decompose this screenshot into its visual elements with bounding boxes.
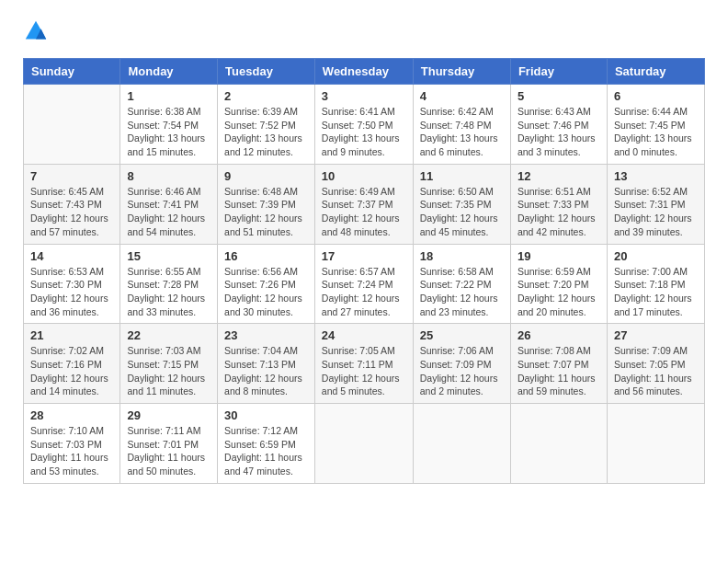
logo: [23, 18, 52, 44]
calendar-cell: 5Sunrise: 6:43 AM Sunset: 7:46 PM Daylig…: [510, 85, 607, 165]
calendar-week-row: 1Sunrise: 6:38 AM Sunset: 7:54 PM Daylig…: [24, 85, 705, 165]
day-number: 16: [224, 249, 308, 263]
day-of-week-header: Sunday: [24, 59, 120, 85]
calendar-cell: 28Sunrise: 7:10 AM Sunset: 7:03 PM Dayli…: [24, 404, 120, 484]
calendar-cell: [314, 404, 413, 484]
day-number: 14: [30, 249, 113, 263]
day-info: Sunrise: 6:45 AM Sunset: 7:43 PM Dayligh…: [30, 185, 113, 239]
day-number: 28: [30, 408, 113, 422]
calendar-cell: 20Sunrise: 7:00 AM Sunset: 7:18 PM Dayli…: [607, 244, 704, 324]
day-number: 19: [518, 249, 600, 263]
calendar-cell: [607, 404, 704, 484]
day-info: Sunrise: 6:46 AM Sunset: 7:41 PM Dayligh…: [127, 185, 210, 239]
day-number: 10: [322, 169, 406, 183]
day-info: Sunrise: 6:49 AM Sunset: 7:37 PM Dayligh…: [322, 185, 406, 239]
day-info: Sunrise: 6:56 AM Sunset: 7:26 PM Dayligh…: [224, 265, 308, 319]
calendar-cell: 30Sunrise: 7:12 AM Sunset: 6:59 PM Dayli…: [218, 404, 315, 484]
day-number: 29: [127, 408, 210, 422]
day-info: Sunrise: 7:02 AM Sunset: 7:16 PM Dayligh…: [30, 344, 113, 398]
day-info: Sunrise: 6:57 AM Sunset: 7:24 PM Dayligh…: [322, 265, 406, 319]
day-of-week-header: Wednesday: [314, 59, 413, 85]
page-header: [23, 18, 705, 44]
calendar-cell: 3Sunrise: 6:41 AM Sunset: 7:50 PM Daylig…: [314, 85, 413, 165]
day-info: Sunrise: 6:53 AM Sunset: 7:30 PM Dayligh…: [30, 265, 113, 319]
day-number: 20: [614, 249, 698, 263]
calendar-cell: 12Sunrise: 6:51 AM Sunset: 7:33 PM Dayli…: [510, 164, 607, 244]
calendar-cell: 16Sunrise: 6:56 AM Sunset: 7:26 PM Dayli…: [218, 244, 315, 324]
calendar-week-row: 7Sunrise: 6:45 AM Sunset: 7:43 PM Daylig…: [24, 164, 705, 244]
calendar-cell: 8Sunrise: 6:46 AM Sunset: 7:41 PM Daylig…: [120, 164, 218, 244]
day-number: 11: [420, 169, 504, 183]
day-number: 27: [614, 328, 698, 342]
calendar-week-row: 21Sunrise: 7:02 AM Sunset: 7:16 PM Dayli…: [24, 324, 705, 404]
calendar-cell: 18Sunrise: 6:58 AM Sunset: 7:22 PM Dayli…: [413, 244, 510, 324]
calendar-cell: 19Sunrise: 6:59 AM Sunset: 7:20 PM Dayli…: [510, 244, 607, 324]
calendar-cell: [510, 404, 607, 484]
calendar-cell: 25Sunrise: 7:06 AM Sunset: 7:09 PM Dayli…: [413, 324, 510, 404]
calendar-cell: 23Sunrise: 7:04 AM Sunset: 7:13 PM Dayli…: [218, 324, 315, 404]
day-info: Sunrise: 6:50 AM Sunset: 7:35 PM Dayligh…: [420, 185, 504, 239]
calendar-header-row: SundayMondayTuesdayWednesdayThursdayFrid…: [24, 59, 705, 85]
day-info: Sunrise: 6:59 AM Sunset: 7:20 PM Dayligh…: [518, 265, 600, 319]
day-number: 26: [518, 328, 600, 342]
day-number: 3: [322, 89, 406, 103]
day-info: Sunrise: 7:06 AM Sunset: 7:09 PM Dayligh…: [420, 344, 504, 398]
calendar-cell: 6Sunrise: 6:44 AM Sunset: 7:45 PM Daylig…: [607, 85, 704, 165]
day-number: 1: [127, 89, 210, 103]
day-number: 24: [322, 328, 406, 342]
calendar-cell: 9Sunrise: 6:48 AM Sunset: 7:39 PM Daylig…: [218, 164, 315, 244]
day-info: Sunrise: 6:39 AM Sunset: 7:52 PM Dayligh…: [224, 105, 308, 159]
day-info: Sunrise: 7:04 AM Sunset: 7:13 PM Dayligh…: [224, 344, 308, 398]
calendar-week-row: 28Sunrise: 7:10 AM Sunset: 7:03 PM Dayli…: [24, 404, 705, 484]
calendar-cell: 10Sunrise: 6:49 AM Sunset: 7:37 PM Dayli…: [314, 164, 413, 244]
day-info: Sunrise: 7:11 AM Sunset: 7:01 PM Dayligh…: [127, 424, 210, 478]
day-info: Sunrise: 6:41 AM Sunset: 7:50 PM Dayligh…: [322, 105, 406, 159]
day-info: Sunrise: 6:42 AM Sunset: 7:48 PM Dayligh…: [420, 105, 504, 159]
calendar-cell: 15Sunrise: 6:55 AM Sunset: 7:28 PM Dayli…: [120, 244, 218, 324]
day-info: Sunrise: 7:12 AM Sunset: 6:59 PM Dayligh…: [224, 424, 308, 478]
day-number: 4: [420, 89, 504, 103]
calendar-cell: 2Sunrise: 6:39 AM Sunset: 7:52 PM Daylig…: [218, 85, 315, 165]
day-info: Sunrise: 6:51 AM Sunset: 7:33 PM Dayligh…: [518, 185, 600, 239]
day-number: 30: [224, 408, 308, 422]
calendar-cell: [413, 404, 510, 484]
day-info: Sunrise: 6:58 AM Sunset: 7:22 PM Dayligh…: [420, 265, 504, 319]
calendar-week-row: 14Sunrise: 6:53 AM Sunset: 7:30 PM Dayli…: [24, 244, 705, 324]
calendar-cell: 27Sunrise: 7:09 AM Sunset: 7:05 PM Dayli…: [607, 324, 704, 404]
day-info: Sunrise: 6:55 AM Sunset: 7:28 PM Dayligh…: [127, 265, 210, 319]
calendar-cell: 11Sunrise: 6:50 AM Sunset: 7:35 PM Dayli…: [413, 164, 510, 244]
calendar-cell: 1Sunrise: 6:38 AM Sunset: 7:54 PM Daylig…: [120, 85, 218, 165]
calendar-cell: 29Sunrise: 7:11 AM Sunset: 7:01 PM Dayli…: [120, 404, 218, 484]
calendar-cell: 21Sunrise: 7:02 AM Sunset: 7:16 PM Dayli…: [24, 324, 120, 404]
day-of-week-header: Thursday: [413, 59, 510, 85]
day-info: Sunrise: 7:09 AM Sunset: 7:05 PM Dayligh…: [614, 344, 698, 398]
day-number: 17: [322, 249, 406, 263]
calendar-table: SundayMondayTuesdayWednesdayThursdayFrid…: [23, 58, 705, 484]
day-info: Sunrise: 7:03 AM Sunset: 7:15 PM Dayligh…: [127, 344, 210, 398]
day-number: 6: [614, 89, 698, 103]
calendar-cell: 24Sunrise: 7:05 AM Sunset: 7:11 PM Dayli…: [314, 324, 413, 404]
day-number: 23: [224, 328, 308, 342]
day-of-week-header: Saturday: [607, 59, 704, 85]
logo-icon: [23, 18, 49, 44]
day-info: Sunrise: 7:10 AM Sunset: 7:03 PM Dayligh…: [30, 424, 113, 478]
day-number: 2: [224, 89, 308, 103]
calendar-cell: 22Sunrise: 7:03 AM Sunset: 7:15 PM Dayli…: [120, 324, 218, 404]
day-number: 5: [518, 89, 600, 103]
day-of-week-header: Monday: [120, 59, 218, 85]
day-number: 9: [224, 169, 308, 183]
day-number: 18: [420, 249, 504, 263]
day-info: Sunrise: 6:48 AM Sunset: 7:39 PM Dayligh…: [224, 185, 308, 239]
day-number: 8: [127, 169, 210, 183]
calendar-cell: 13Sunrise: 6:52 AM Sunset: 7:31 PM Dayli…: [607, 164, 704, 244]
day-info: Sunrise: 6:38 AM Sunset: 7:54 PM Dayligh…: [127, 105, 210, 159]
day-number: 25: [420, 328, 504, 342]
day-number: 15: [127, 249, 210, 263]
day-info: Sunrise: 6:52 AM Sunset: 7:31 PM Dayligh…: [614, 185, 698, 239]
day-info: Sunrise: 7:08 AM Sunset: 7:07 PM Dayligh…: [518, 344, 600, 398]
calendar-cell: 4Sunrise: 6:42 AM Sunset: 7:48 PM Daylig…: [413, 85, 510, 165]
day-number: 12: [518, 169, 600, 183]
calendar-cell: [24, 85, 120, 165]
day-info: Sunrise: 6:44 AM Sunset: 7:45 PM Dayligh…: [614, 105, 698, 159]
day-info: Sunrise: 7:05 AM Sunset: 7:11 PM Dayligh…: [322, 344, 406, 398]
